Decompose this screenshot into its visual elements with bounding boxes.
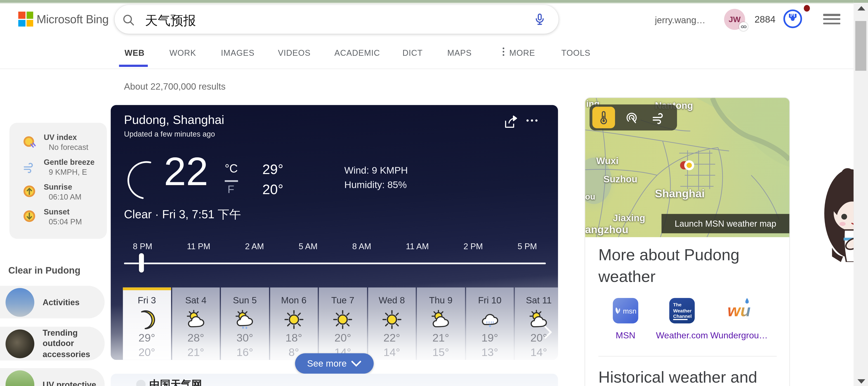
unit-fahrenheit[interactable]: F bbox=[228, 183, 235, 196]
hour-label: 5 AM bbox=[299, 242, 318, 251]
tab-academic[interactable]: ACADEMIC bbox=[334, 48, 380, 58]
hour-label: 11 AM bbox=[406, 242, 429, 251]
organic-result-card[interactable]: 中国天气网 bbox=[111, 374, 558, 386]
unit-celsius[interactable]: °C bbox=[225, 162, 238, 175]
scrollbar-thumb[interactable] bbox=[855, 21, 866, 71]
wunderground-icon: wu bbox=[726, 298, 752, 323]
high-temp: 21° bbox=[417, 331, 465, 344]
launch-msn-weather-map-button[interactable]: Launch MSN weather map bbox=[662, 214, 789, 234]
search-input[interactable]: 天气预报 bbox=[145, 12, 196, 29]
result-title[interactable]: 中国天气网 bbox=[149, 378, 202, 386]
day-label: Thu 9 bbox=[417, 295, 465, 306]
fact-label: Gentle breeze bbox=[43, 157, 94, 166]
link-weather-com[interactable]: The Weather Channel Weather.com bbox=[653, 298, 711, 341]
share-icon[interactable] bbox=[503, 113, 519, 130]
activities-thumbnail bbox=[5, 288, 34, 316]
suggestion-activities[interactable]: Activities bbox=[0, 286, 105, 318]
hour-slider-track[interactable] bbox=[124, 262, 546, 264]
sunny-icon bbox=[381, 309, 403, 331]
scrollbar-up-arrow[interactable] bbox=[857, 6, 865, 11]
day-tile-thu9[interactable]: Thu 9 21° 15° bbox=[417, 287, 465, 360]
see-more-label: See more bbox=[307, 358, 346, 369]
link-label[interactable]: Wundergrou… bbox=[710, 330, 768, 341]
link-label[interactable]: MSN bbox=[597, 330, 654, 341]
sunrise-icon bbox=[22, 184, 37, 199]
weather-map[interactable]: ing Nantong Wuxi Suzhou Shanghai Jiaxing… bbox=[585, 98, 789, 237]
day-label: Tue 7 bbox=[319, 295, 367, 306]
day-tile-mon6[interactable]: Mon 6 18° 8° bbox=[270, 287, 318, 360]
nav-divider bbox=[0, 69, 854, 69]
sunny-icon bbox=[283, 309, 305, 331]
day-tile-tue7[interactable]: Tue 7 20° 14° bbox=[319, 287, 367, 360]
humidity-reading: Humidity: 85% bbox=[344, 179, 407, 190]
next-days-chevron-icon[interactable] bbox=[544, 325, 553, 340]
map-city-label: Jiaxing bbox=[613, 213, 645, 224]
day-tile-sat4[interactable]: Sat 4 28° 21° bbox=[172, 287, 220, 360]
day-tile-sun5[interactable]: Sun 5 30° 16° bbox=[221, 287, 269, 360]
high-temp: 18° bbox=[270, 331, 318, 344]
weather-location: Pudong, Shanghai bbox=[124, 113, 224, 127]
link-msn[interactable]: msn MSN bbox=[597, 298, 654, 341]
section-divider bbox=[598, 356, 777, 356]
weather-side-panel: ing Nantong Wuxi Suzhou Shanghai Jiaxing… bbox=[585, 97, 790, 386]
rewards-trophy-icon[interactable] bbox=[782, 8, 803, 29]
radar-layer-button[interactable] bbox=[620, 107, 643, 129]
bing-logo-text[interactable]: Microsoft Bing bbox=[37, 13, 109, 26]
partly-sunny-icon bbox=[185, 309, 207, 331]
day-tile-sat11[interactable]: Sat 11 20° 14° bbox=[515, 287, 558, 360]
hour-label: 5 PM bbox=[518, 242, 537, 251]
tab-more[interactable]: MORE bbox=[509, 48, 535, 58]
bing-serp-page: Microsoft Bing 天气预报 jerry.wang… JW 2884 … bbox=[0, 0, 868, 386]
browser-top-strip bbox=[0, 0, 868, 2]
hour-label: 8 PM bbox=[133, 242, 152, 251]
see-more-button[interactable]: See more bbox=[295, 353, 374, 374]
day-label: Sat 4 bbox=[172, 295, 220, 306]
sidebar-section-title: Clear in Pudong bbox=[8, 266, 81, 277]
msn-butterfly-icon bbox=[615, 307, 621, 314]
msn-icon-text: msn bbox=[623, 307, 637, 315]
unit-underline bbox=[225, 180, 238, 181]
hour-label: 11 PM bbox=[187, 242, 210, 251]
notification-dot bbox=[804, 5, 810, 11]
today-low: 20° bbox=[262, 181, 283, 197]
suggestion-uv-protective[interactable]: UV protective bbox=[0, 368, 105, 386]
partly-sunny-icon bbox=[430, 309, 452, 331]
suggestion-trending-outdoor[interactable]: Trending outdoor accessories bbox=[0, 327, 105, 360]
suggestion-label: Trending outdoor accessories bbox=[43, 327, 100, 360]
condition-line: Clear · Fri 3, 7:51 下午 bbox=[124, 207, 241, 222]
tab-web[interactable]: WEB bbox=[125, 48, 145, 58]
tab-maps[interactable]: MAPS bbox=[447, 48, 472, 58]
low-temp: 14° bbox=[515, 346, 558, 359]
tab-videos[interactable]: VIDEOS bbox=[278, 48, 311, 58]
tab-work[interactable]: WORK bbox=[169, 48, 196, 58]
day-tile-fri3[interactable]: Fri 3 29° 20° bbox=[123, 287, 171, 360]
wind-layer-button[interactable] bbox=[648, 107, 670, 129]
day-tile-fri10[interactable]: Fri 10 19° 13° bbox=[466, 287, 514, 360]
tab-dict[interactable]: DICT bbox=[402, 48, 423, 58]
hour-slider-handle[interactable] bbox=[139, 253, 144, 273]
linked-account-badge-icon bbox=[739, 22, 748, 31]
tab-tools[interactable]: TOOLS bbox=[561, 48, 590, 58]
mascot-sticker[interactable] bbox=[815, 165, 854, 262]
more-options-icon[interactable] bbox=[526, 119, 537, 122]
microsoft-logo-icon[interactable] bbox=[18, 11, 33, 26]
today-high: 29° bbox=[262, 162, 283, 177]
account-username[interactable]: jerry.wang… bbox=[655, 15, 711, 26]
scrollbar-down-arrow[interactable] bbox=[857, 379, 865, 384]
microphone-icon[interactable] bbox=[533, 13, 546, 26]
tab-images[interactable]: IMAGES bbox=[221, 48, 254, 58]
rewards-points-count[interactable]: 2884 bbox=[754, 14, 776, 26]
link-wunderground[interactable]: wu Wundergrou… bbox=[710, 298, 768, 341]
map-city-label: Shanghai bbox=[655, 187, 705, 200]
high-temp: 28° bbox=[172, 331, 220, 344]
temperature-layer-button[interactable] bbox=[592, 107, 615, 129]
day-label: Fri 3 bbox=[123, 295, 171, 306]
thermometer-icon bbox=[597, 111, 611, 125]
day-label: Fri 10 bbox=[466, 295, 514, 306]
search-icon[interactable] bbox=[122, 13, 135, 27]
low-temp: 15° bbox=[417, 346, 465, 359]
high-temp: 19° bbox=[466, 331, 514, 344]
day-tile-wed8[interactable]: Wed 8 22° 14° bbox=[368, 287, 416, 360]
hamburger-menu-icon[interactable] bbox=[823, 14, 840, 24]
link-label[interactable]: Weather.com bbox=[653, 330, 711, 341]
